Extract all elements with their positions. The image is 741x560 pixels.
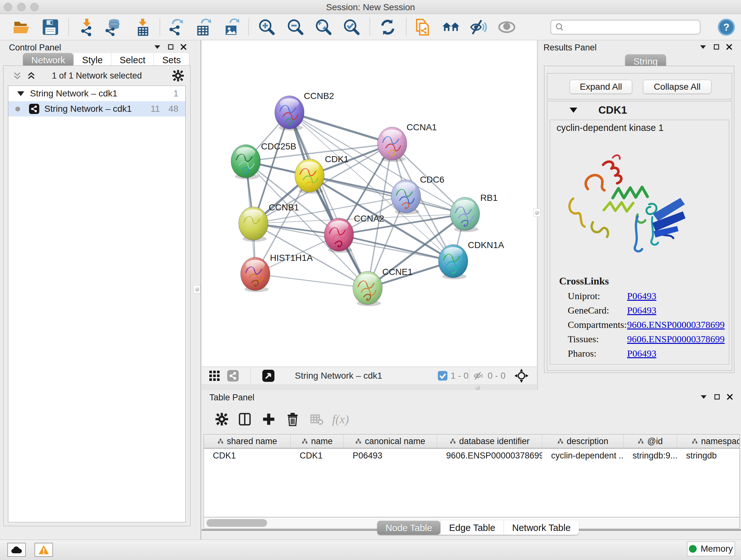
tab-network-table[interactable]: Network Table [503,521,579,535]
tab-network[interactable]: Network [23,53,73,67]
tab-sets[interactable]: Sets [153,53,189,67]
tab-style[interactable]: Style [73,53,111,67]
network-node-CDC25B[interactable] [231,145,260,179]
zoom-fit-icon[interactable] [314,17,333,37]
import-table-file-icon[interactable] [133,17,152,37]
string-network-graph[interactable]: CCNB2CCNA1CDC25BCDK1CDC6RB1CCNB1CCNA2CDK… [202,40,537,367]
edge-CCNE1-HIST1H1A[interactable] [255,274,367,288]
crosslink-link[interactable]: P06493 [627,305,657,316]
crosslink-link[interactable]: P06493 [627,348,657,359]
crosslink-link[interactable]: 9606.ENSP00000378699 [627,334,725,345]
search-input[interactable] [564,22,692,33]
network-collection-row[interactable]: String Network – cdk1 1 [8,86,185,101]
help-icon[interactable]: ? [717,17,736,37]
network-options-gear-icon[interactable] [172,69,185,82]
column-header-canonical-name[interactable]: canonical name [344,435,437,448]
delete-column-trash-icon[interactable] [284,411,301,428]
table-panel-float-icon[interactable] [714,394,720,400]
column-header-database-identifier[interactable]: database identifier [437,435,542,448]
column-header--id[interactable]: @id [623,435,677,448]
birds-eye-view-icon[interactable] [262,369,274,382]
network-node-CCNA1[interactable] [378,127,407,162]
table-cell[interactable]: cyclin-dependent ... [542,449,623,462]
crosslink-label: Uniprot: [568,291,600,301]
network-node-HIST1H1A[interactable] [241,257,270,292]
results-panel-close-icon[interactable] [726,44,732,50]
export-table-icon[interactable] [194,17,213,37]
network-node-CCNB2[interactable] [275,96,304,131]
toolbar-search-field[interactable] [550,20,700,35]
tab-edge-table[interactable]: Edge Table [441,521,503,535]
edge-CCNB2-CCNA1[interactable] [289,112,392,144]
network-share-gray-icon[interactable] [227,369,239,382]
crosslink-link[interactable]: 9606.ENSP00000378699 [627,319,725,330]
control-panel-menu-caret-icon[interactable] [154,44,161,50]
network-node-CCNE1[interactable] [353,271,382,306]
table-panel-menu-caret-icon[interactable] [700,394,707,399]
selected-checkbox-icon[interactable] [438,371,448,381]
control-panel-close-icon[interactable] [181,44,186,50]
network-canvas[interactable]: CCNB2CCNA1CDC25BCDK1CDC6RB1CCNB1CCNA2CDK… [202,40,537,367]
table-cell[interactable]: CDK1 [204,449,291,462]
gene-name: CDK1 [598,104,627,116]
hide-unhide-eye-slash-icon[interactable] [469,17,488,37]
fit-selected-crosshair-icon[interactable] [515,369,529,382]
table-panel-close-icon[interactable] [727,394,733,400]
bottom-splitter-handle[interactable] [475,385,480,390]
collapse-all-button[interactable]: Collapse All [643,80,711,94]
gene-section-header[interactable]: CDK1 [547,101,732,119]
scrollbar-thumb[interactable] [206,519,267,527]
open-in-string-icon[interactable] [413,17,432,37]
cloud-status-button[interactable] [7,543,26,557]
first-neighbors-houses-icon[interactable] [441,17,461,37]
zoom-selected-icon[interactable] [342,17,361,37]
node-label-CDK1: CDK1 [325,154,349,164]
network-node-CDKN1A[interactable] [439,245,468,279]
export-image-icon[interactable] [221,17,241,37]
tab-select[interactable]: Select [111,53,154,67]
grid-view-icon[interactable] [209,369,220,382]
table-cell[interactable]: stringdb [677,449,740,462]
table-options-gear-icon[interactable] [213,411,230,428]
expand-all-button[interactable]: Expand All [569,80,632,94]
add-column-plus-icon[interactable] [260,411,277,428]
edge-CCNA2-CDKN1A[interactable] [339,235,453,261]
table-cell[interactable]: 9606.ENSP00000378699 [437,449,542,462]
table-cell[interactable]: stringdb:9... [623,449,677,462]
import-network-file-icon[interactable] [77,17,96,37]
zoom-out-icon[interactable] [286,17,305,37]
zoom-in-icon[interactable] [257,17,276,37]
app-status-bar: Memory [0,540,741,560]
network-node-CCNB1[interactable] [239,207,268,242]
table-cell[interactable]: CDK1 [291,449,344,462]
save-session-icon[interactable] [41,17,60,37]
column-header-namespace[interactable]: namespace [677,435,740,448]
column-header-shared-name[interactable]: shared name [204,435,291,448]
collection-expand-caret-icon[interactable] [17,91,24,96]
left-splitter-handle[interactable] [193,285,200,294]
node-table-row[interactable]: CDK1CDK1P064939606.ENSP00000378699cyclin… [204,449,740,462]
refresh-icon[interactable] [378,17,397,37]
table-cell[interactable]: P06493 [344,449,437,462]
warnings-button[interactable] [35,543,53,557]
column-header-description[interactable]: description [542,435,623,448]
show-all-gray-eye-icon[interactable] [497,17,516,37]
network-tree: String Network – cdk1 1 String Network –… [8,85,186,522]
gene-expand-caret-icon[interactable] [569,108,577,113]
memory-button[interactable]: Memory [687,542,735,556]
right-splitter-handle[interactable] [533,208,540,217]
network-node-RB1[interactable] [450,197,480,232]
network-list-box: 1 of 1 Network selected String Network –… [3,65,191,526]
export-network-icon[interactable] [166,17,185,37]
node-table[interactable]: shared namenamecanonical namedatabase id… [204,434,740,517]
open-session-icon[interactable] [12,17,31,37]
import-network-database-icon[interactable] [104,17,123,37]
network-row-selected[interactable]: String Network – cdk1 11 48 [8,101,185,117]
tab-node-table[interactable]: Node Table [377,521,441,535]
results-panel-menu-caret-icon[interactable] [699,44,706,50]
show-columns-icon[interactable] [236,411,253,428]
column-header-name[interactable]: name [291,435,344,448]
crosslink-link[interactable]: P06493 [627,291,657,301]
control-panel-float-icon[interactable] [168,44,174,50]
results-panel-float-icon[interactable] [714,44,719,50]
